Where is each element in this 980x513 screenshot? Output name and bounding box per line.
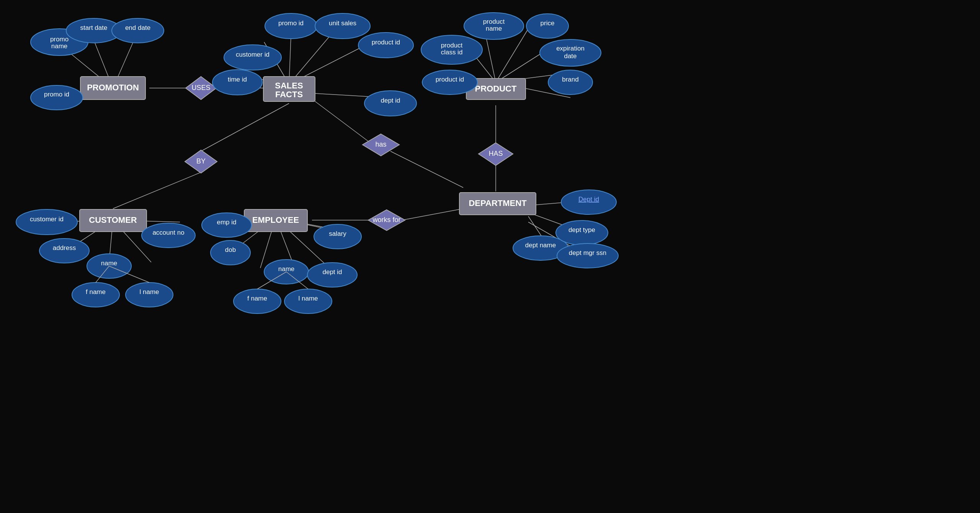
attr-product-name-label1: product	[483, 18, 505, 25]
attr-expiration-date-label2: date	[564, 52, 577, 60]
attr-dept-id-underlined-label: Dept id	[578, 196, 599, 203]
attr-promo-id-label1: promo id	[44, 91, 69, 98]
entity-customer-label: CUSTOMER	[89, 215, 137, 225]
er-diagram: PROMOTION SALES FACTS PRODUCT CUSTOMER E…	[0, 0, 980, 513]
entity-department-label: DEPARTMENT	[469, 198, 527, 208]
attr-brand-label: brand	[562, 76, 578, 83]
attr-promo-name-label2: name	[51, 42, 68, 50]
attr-employee-dept-id-label: dept id	[322, 268, 342, 276]
attr-product-name-label2: name	[486, 25, 502, 32]
attr-sales-dept-id-label: dept id	[381, 97, 400, 104]
attr-employee-fname-label: f name	[247, 295, 267, 302]
attr-product-id-label: product id	[436, 76, 464, 83]
attr-salary-label: salary	[329, 230, 346, 237]
attr-sales-promo-id-label: promo id	[278, 20, 304, 27]
relation-HAS-label: HAS	[488, 150, 503, 157]
attr-dept-name-label: dept name	[525, 242, 556, 249]
entity-promotion-label: PROMOTION	[87, 83, 139, 92]
attr-time-id-label: time id	[228, 76, 247, 83]
attr-employee-lname-label: l name	[298, 295, 318, 302]
entity-salesfacts-label1: SALES	[275, 81, 303, 90]
entity-employee-label: EMPLOYEE	[252, 215, 299, 225]
attr-emp-id-label: emp id	[217, 219, 236, 226]
attr-product-class-id-label1: product	[441, 42, 463, 49]
svg-line-38	[402, 209, 463, 220]
attr-dept-type-label: dept type	[568, 226, 595, 234]
svg-line-14	[390, 151, 463, 188]
attr-start-date-label1: start date	[80, 24, 108, 31]
attr-dob-label: dob	[225, 246, 236, 253]
attr-unit-sales-label: unit sales	[329, 20, 356, 27]
attr-customer-name-label: name	[101, 260, 118, 267]
svg-line-23	[113, 172, 201, 209]
relation-uses-label: USES	[191, 84, 210, 91]
svg-line-13	[201, 103, 289, 151]
attr-customer-id-label: customer id	[30, 216, 64, 223]
attr-sales-customer-id-label: customer id	[236, 51, 270, 58]
attr-address-label: address	[53, 244, 76, 252]
entity-product-label: PRODUCT	[475, 84, 517, 93]
relation-by-label: BY	[196, 157, 206, 165]
relation-worksfor-label: works for	[372, 216, 400, 224]
attr-customer-lname-label: l name	[139, 288, 159, 296]
relation-has-label: has	[375, 141, 386, 148]
attr-end-date-label1: end date	[125, 24, 150, 31]
entity-salesfacts-label2: FACTS	[275, 90, 303, 99]
attr-promo-name-label1: promo	[50, 36, 69, 43]
attr-customer-fname-label: f name	[86, 288, 106, 296]
attr-account-no-label: account no	[152, 229, 184, 236]
attr-sales-product-id-label: product id	[372, 39, 400, 46]
attr-dept-mgr-ssn-label: dept mgr ssn	[569, 249, 606, 256]
attr-price-label: price	[541, 20, 555, 27]
attr-employee-name-label: name	[278, 265, 295, 273]
svg-line-12	[310, 98, 371, 144]
attr-product-class-id-label2: class id	[441, 49, 463, 56]
attr-expiration-date-label1: expiration	[556, 45, 585, 52]
